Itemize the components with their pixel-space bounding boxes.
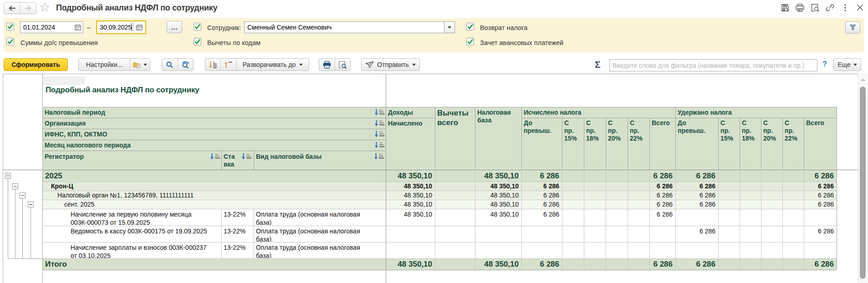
row-value[interactable]: 6 286 xyxy=(805,227,834,242)
row-value[interactable]: 6 286 xyxy=(650,200,673,209)
column-subheader[interactable]: С пр. 20% xyxy=(763,119,779,168)
row-label[interactable]: Начисление зарплаты и взносов 003К-00023… xyxy=(71,243,212,258)
row-label[interactable]: 2025 xyxy=(45,170,383,182)
collapse-group-button[interactable] xyxy=(20,192,26,198)
row-value[interactable]: 6 286 xyxy=(650,210,673,226)
collapse-group-button[interactable] xyxy=(12,183,18,189)
row-value[interactable]: 6 286 xyxy=(805,191,834,200)
sort-icon[interactable] xyxy=(374,109,385,116)
row-value[interactable]: 48 350,10 xyxy=(476,182,519,191)
sort-icon[interactable] xyxy=(374,142,385,149)
row-rate[interactable]: 13-22% xyxy=(224,243,251,258)
row-value[interactable]: 6 286 xyxy=(522,191,559,200)
row-label[interactable]: Ведомость в кассу 003К-000175 от 19.09.2… xyxy=(71,227,212,242)
grid-line xyxy=(3,74,858,74)
column-header[interactable]: Организация xyxy=(45,118,363,129)
row-value[interactable]: 6 286 xyxy=(522,258,559,270)
column-header[interactable]: Доходы xyxy=(388,107,433,118)
column-header[interactable]: Регистратор xyxy=(45,153,190,162)
sort-icon[interactable] xyxy=(374,153,384,160)
column-header[interactable]: Ставка xyxy=(224,153,238,171)
row-value[interactable]: 48 350,10 xyxy=(387,170,432,182)
row-value[interactable]: 6 286 xyxy=(676,227,715,242)
grid-line xyxy=(221,209,222,258)
row-value[interactable]: 48 350,10 xyxy=(387,258,432,270)
row-value[interactable]: 6 286 xyxy=(650,191,673,200)
row-value[interactable]: 6 286 xyxy=(650,170,673,182)
row-value[interactable]: 6 286 xyxy=(805,182,834,191)
row-label[interactable]: Итого xyxy=(45,258,383,270)
row-value[interactable]: 6 286 xyxy=(676,191,715,200)
row-value[interactable]: 6 286 xyxy=(805,200,834,209)
grid-line xyxy=(649,170,650,270)
column-subheader[interactable]: С пр. 20% xyxy=(608,119,623,168)
row-rate[interactable]: 13-22% xyxy=(224,227,251,242)
row-value[interactable]: 6 286 xyxy=(522,210,559,226)
row-value[interactable]: 48 350,10 xyxy=(476,170,519,182)
sort-icon[interactable] xyxy=(241,153,252,160)
scrollbar-thumb[interactable] xyxy=(860,86,866,279)
column-subheader[interactable]: С пр. 18% xyxy=(586,119,602,168)
row-value[interactable]: 48 350,10 xyxy=(387,210,432,226)
row-value[interactable]: 48 350,10 xyxy=(387,182,432,191)
row-label[interactable]: Крон-Ц xyxy=(51,182,383,191)
row-value[interactable]: 6 286 xyxy=(650,258,673,270)
row-label[interactable]: сент. 2025 xyxy=(64,200,383,209)
row-label[interactable]: Начисление за первую половину месяца 003… xyxy=(71,210,212,225)
column-header[interactable]: Начислено xyxy=(388,118,433,129)
grid-line xyxy=(31,207,31,258)
row-value[interactable]: 48 350,10 xyxy=(387,200,432,209)
row-value[interactable]: 6 286 xyxy=(650,182,673,191)
column-subheader[interactable]: До превыш. xyxy=(678,119,710,168)
column-subheader[interactable]: С пр. 18% xyxy=(742,119,757,168)
sort-icon[interactable] xyxy=(374,131,385,138)
grid-line xyxy=(837,107,837,270)
grid-line xyxy=(386,74,386,283)
column-subheader[interactable]: Всего xyxy=(652,119,674,168)
column-subheader[interactable]: До превыш. xyxy=(524,119,556,168)
column-header[interactable]: Удержано налога xyxy=(678,107,828,118)
row-base-kind[interactable]: Оплата труда (основная налоговая база) xyxy=(256,227,365,242)
row-value[interactable]: 48 350,10 xyxy=(387,191,432,200)
row-value[interactable]: 6 286 xyxy=(805,258,834,270)
column-subheader[interactable]: С пр. 22% xyxy=(785,119,800,168)
row-value[interactable]: 6 286 xyxy=(522,200,559,209)
collapse-group-button[interactable] xyxy=(5,173,11,179)
column-header[interactable]: Вычеты всего xyxy=(437,108,474,128)
row-value[interactable]: 6 286 xyxy=(805,170,834,182)
row-value[interactable]: 48 350,10 xyxy=(476,258,519,270)
row-value[interactable]: 48 350,10 xyxy=(476,200,519,209)
row-value[interactable]: 6 286 xyxy=(676,258,715,270)
collapse-group-button[interactable] xyxy=(28,202,34,207)
row-value[interactable]: 48 350,10 xyxy=(476,210,519,226)
grid-line xyxy=(782,118,783,170)
grid-line xyxy=(3,170,858,170)
column-header[interactable]: Налоговый период xyxy=(45,107,363,118)
row-base-kind[interactable]: Оплата труда (основная налоговая база) xyxy=(256,243,365,258)
column-header[interactable]: Вид налоговой базы xyxy=(256,153,347,162)
column-subheader[interactable]: С пр. 22% xyxy=(630,119,645,168)
sort-icon[interactable] xyxy=(210,153,220,160)
sort-icon[interactable] xyxy=(374,120,385,127)
row-value[interactable]: 6 286 xyxy=(522,170,559,182)
column-subheader[interactable]: С пр. 15% xyxy=(720,119,736,168)
column-subheader[interactable]: Всего xyxy=(806,119,833,168)
row-value[interactable]: 6 286 xyxy=(676,170,715,182)
row-value[interactable]: 48 350,10 xyxy=(476,191,519,200)
row-base-kind[interactable]: Оплата труда (основная налоговая база) xyxy=(256,210,365,225)
row-rate[interactable]: 13-22% xyxy=(224,210,251,225)
scrollbar-up-arrow[interactable] xyxy=(861,78,865,81)
grid-line xyxy=(562,118,562,170)
column-header[interactable]: Налоговая база xyxy=(477,109,519,127)
row-value[interactable]: 6 286 xyxy=(522,182,559,191)
column-header[interactable]: Месяц налогового периода xyxy=(45,140,363,151)
column-header[interactable]: ИФНС, КПП, ОКТМО xyxy=(45,129,363,140)
column-subheader[interactable]: С пр. 15% xyxy=(564,119,580,168)
grid-line xyxy=(42,242,837,243)
column-header[interactable]: Исчислено налога xyxy=(524,107,674,118)
row-label[interactable]: Налоговый орган №1, 123456789, 111111111… xyxy=(57,191,383,200)
grid-line xyxy=(435,170,435,270)
row-value[interactable]: 6 286 xyxy=(676,182,715,191)
row-value[interactable]: 6 286 xyxy=(676,200,715,209)
grid-line xyxy=(42,191,837,191)
